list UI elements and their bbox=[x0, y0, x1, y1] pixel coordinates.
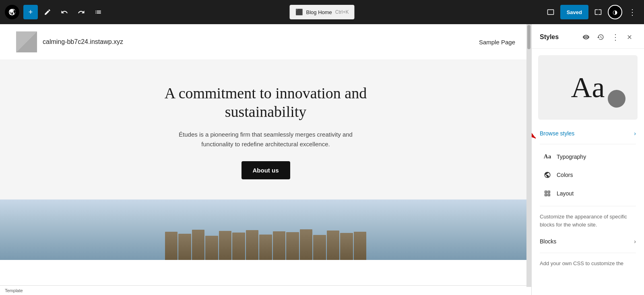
close-panel-button[interactable] bbox=[623, 31, 636, 44]
fin bbox=[219, 231, 231, 260]
nav-item[interactable]: Sample Page bbox=[479, 39, 515, 46]
typography-item[interactable]: Aa Typography bbox=[535, 148, 641, 165]
undo-button[interactable] bbox=[57, 5, 72, 19]
page-name-label: Blog Home bbox=[306, 9, 332, 15]
screen-icon bbox=[547, 8, 554, 16]
fin bbox=[246, 230, 258, 260]
toolbar: + ⬛ Blog Home Ctrl+K Saved ◑ ⋮ bbox=[0, 0, 644, 24]
page-selector: ⬛ Blog Home Ctrl+K bbox=[290, 5, 355, 19]
canvas-area: calming-bb7c24.instawp.xyz Sample Page A… bbox=[0, 24, 531, 295]
site-logo-area: calming-bb7c24.instawp.xyz bbox=[16, 31, 123, 52]
fin bbox=[205, 236, 218, 260]
contrast-icon: ◑ bbox=[613, 9, 617, 15]
layout-item[interactable]: Layout bbox=[535, 185, 641, 202]
preview-button[interactable] bbox=[543, 5, 558, 19]
blocks-label: Blocks bbox=[540, 238, 556, 245]
fin bbox=[259, 235, 272, 260]
fin bbox=[286, 232, 299, 260]
wp-logo-icon bbox=[8, 8, 16, 16]
browse-styles-wrapper: Browse styles › bbox=[532, 126, 644, 141]
fin bbox=[300, 229, 312, 260]
wp-logo[interactable] bbox=[5, 5, 19, 19]
ink-drop-icon bbox=[544, 171, 551, 179]
redo-icon bbox=[78, 8, 85, 16]
close-icon bbox=[626, 34, 633, 40]
fin bbox=[273, 231, 285, 260]
toolbar-right-actions: Saved ◑ ⋮ bbox=[543, 5, 639, 19]
eye-button[interactable] bbox=[580, 31, 592, 44]
typography-icon: Aa bbox=[543, 153, 552, 160]
sidebar-description: Customize the appearance of specific blo… bbox=[532, 210, 644, 233]
undo-icon bbox=[61, 8, 68, 16]
logo-line bbox=[19, 35, 34, 50]
browse-styles-button[interactable]: Browse styles › bbox=[532, 126, 644, 141]
panels-button[interactable] bbox=[591, 5, 605, 19]
page-icon: ⬛ bbox=[295, 8, 303, 16]
site-navigation: Sample Page bbox=[479, 39, 515, 46]
hero-title: A commitment to innovation and sustainab… bbox=[141, 84, 390, 121]
building-structure bbox=[165, 228, 366, 260]
styles-panel: Styles ⋮ Aa bbox=[531, 24, 644, 295]
blocks-row[interactable]: Blocks › bbox=[532, 233, 644, 249]
building-background bbox=[0, 199, 531, 260]
building-image-section bbox=[0, 199, 531, 260]
panels-icon bbox=[594, 8, 602, 16]
main-area: calming-bb7c24.instawp.xyz Sample Page A… bbox=[0, 24, 644, 295]
eye-icon bbox=[582, 33, 590, 41]
red-arrow-annotation bbox=[531, 128, 540, 148]
style-preview-text: Aa bbox=[571, 71, 605, 104]
layout-icon bbox=[543, 190, 552, 197]
fin bbox=[165, 232, 178, 260]
more-icon: ⋮ bbox=[628, 7, 636, 17]
layout-label: Layout bbox=[557, 190, 633, 197]
fin bbox=[340, 233, 353, 260]
scrollbar-thumb bbox=[527, 25, 530, 49]
browse-styles-chevron: › bbox=[634, 130, 636, 137]
fin bbox=[327, 231, 339, 260]
pen-button[interactable] bbox=[40, 5, 55, 19]
more-sidebar-button[interactable]: ⋮ bbox=[609, 31, 621, 44]
style-color-swatch bbox=[608, 90, 625, 108]
sidebar-title: Styles bbox=[540, 33, 559, 41]
history-button[interactable] bbox=[594, 31, 607, 44]
divider-2 bbox=[540, 206, 636, 206]
grid-icon bbox=[544, 190, 551, 197]
keyboard-shortcut: Ctrl+K bbox=[335, 9, 349, 15]
fin bbox=[354, 232, 366, 260]
browse-styles-label: Browse styles bbox=[540, 130, 574, 137]
blocks-chevron: › bbox=[634, 238, 636, 245]
colors-icon bbox=[543, 171, 552, 179]
colors-label: Colors bbox=[557, 172, 633, 178]
css-description: Add your own CSS to customize the bbox=[532, 256, 644, 271]
more-options-button[interactable]: ⋮ bbox=[625, 5, 639, 19]
hero-section: A commitment to innovation and sustainab… bbox=[0, 60, 531, 199]
fin bbox=[232, 233, 245, 260]
list-icon bbox=[95, 8, 102, 16]
page-name-button[interactable]: ⬛ Blog Home Ctrl+K bbox=[290, 5, 355, 19]
site-domain: calming-bb7c24.instawp.xyz bbox=[43, 38, 123, 46]
site-header: calming-bb7c24.instawp.xyz Sample Page bbox=[0, 24, 531, 60]
saved-button[interactable]: Saved bbox=[560, 5, 588, 19]
clock-icon bbox=[597, 33, 604, 41]
list-view-button[interactable] bbox=[91, 5, 105, 19]
more-dots-icon: ⋮ bbox=[611, 32, 619, 42]
vertical-scrollbar[interactable] bbox=[526, 24, 531, 287]
hero-description: Études is a pioneering firm that seamles… bbox=[165, 130, 366, 149]
about-us-button[interactable]: About us bbox=[242, 161, 290, 179]
typography-label: Typography bbox=[557, 154, 633, 160]
sidebar-header-actions: ⋮ bbox=[580, 31, 636, 44]
sidebar-header: Styles ⋮ bbox=[532, 24, 644, 49]
divider-3 bbox=[540, 253, 636, 253]
style-preview: Aa bbox=[538, 55, 638, 120]
fin bbox=[192, 230, 204, 260]
contrast-button[interactable]: ◑ bbox=[608, 5, 622, 19]
status-bar: Template bbox=[0, 285, 531, 295]
colors-item[interactable]: Colors bbox=[535, 166, 641, 183]
add-block-button[interactable]: + bbox=[23, 5, 38, 19]
fin bbox=[313, 235, 326, 260]
site-logo bbox=[16, 31, 37, 52]
divider bbox=[540, 144, 636, 144]
redo-button[interactable] bbox=[74, 5, 89, 19]
building-fins bbox=[165, 228, 366, 260]
status-label: Template bbox=[5, 288, 23, 293]
